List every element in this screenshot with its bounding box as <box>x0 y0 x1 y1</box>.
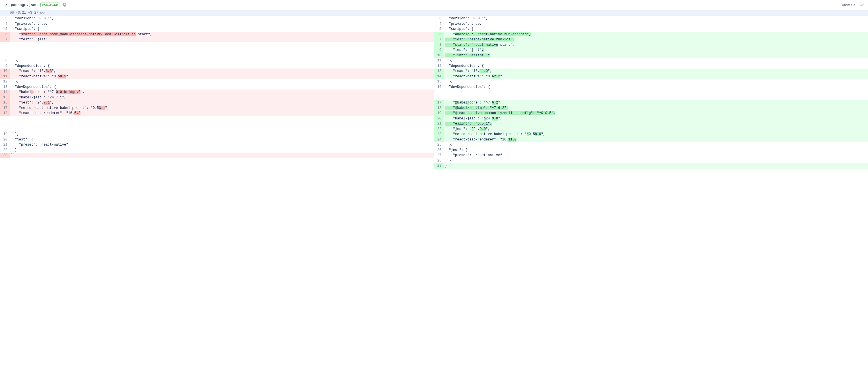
diff-line[interactable]: 16 "devDependencies": { <box>434 85 868 90</box>
line-number: 20 <box>0 137 10 142</box>
line-number: 15 <box>0 95 10 100</box>
chevron-down-icon[interactable] <box>3 3 8 7</box>
diff-line[interactable]: 15 "babel-jest": "24.7.1", <box>0 95 434 100</box>
diff-line[interactable]: 18 "react-test-renderer": "16.6.3" <box>0 110 434 116</box>
diff-line[interactable]: 13 "react": "16.11.0", <box>434 68 868 74</box>
diff-line[interactable]: 16 "jest": "24.7.1", <box>0 100 434 105</box>
file-header-left: package.json MODIFIED <box>3 3 842 7</box>
diff-line[interactable]: 5 "scripts": { <box>0 26 434 32</box>
line-code: } <box>10 148 434 153</box>
line-number: 14 <box>434 74 444 79</box>
line-code: "react-test-renderer": "16.11.0" <box>444 137 868 142</box>
line-number <box>434 90 444 95</box>
line-number: 17 <box>434 100 444 105</box>
line-number: 29 <box>434 163 444 169</box>
line-code: "preset": "react-native" <box>10 142 434 148</box>
copy-icon[interactable] <box>63 3 67 7</box>
line-code: "start": "react-native start", <box>444 42 868 48</box>
diff-line[interactable] <box>434 90 868 95</box>
diff-line[interactable] <box>0 121 434 127</box>
diff-line[interactable]: 23 "metro-react-native-babel-preset": "^… <box>434 132 868 137</box>
diff-line[interactable]: 7 "ios": "react-native run-ios", <box>434 37 868 42</box>
diff-line[interactable]: 8 "start": "react-native start", <box>434 42 868 48</box>
line-number: 21 <box>434 121 444 127</box>
diff-line[interactable]: 17 "metro-react-native-babel-preset": "0… <box>0 105 434 111</box>
diff-line[interactable]: 14 "babel-core": "^7.0.0-bridge.0", <box>0 90 434 95</box>
line-number <box>0 116 10 121</box>
diff-line[interactable]: 21 "eslint": "^6.5.1", <box>434 121 868 127</box>
line-number <box>434 95 444 100</box>
line-code: "version": "0.0.1", <box>10 16 434 21</box>
diff-line[interactable]: 11 "react-native": "0.58.5" <box>0 74 434 79</box>
diff-line[interactable]: 25 }, <box>434 142 868 148</box>
line-number: 11 <box>434 58 444 63</box>
line-code: "devDependencies": { <box>10 85 434 90</box>
diff-body: 3 "version": "0.0.1",4 "private": true,5… <box>0 16 868 169</box>
line-number: 9 <box>0 63 10 69</box>
line-code: "babel-core": "^7.0.0-bridge.0", <box>10 90 434 95</box>
diff-line[interactable]: 20 "babel-jest": "^24.9.0", <box>434 116 868 121</box>
diff-line[interactable]: 21 "preset": "react-native" <box>0 142 434 148</box>
line-code <box>10 42 434 48</box>
diff-line[interactable]: 6 "start": "node node_modules/react-nati… <box>0 32 434 37</box>
diff-line[interactable]: 22 "jest": "^24.9.0", <box>434 127 868 132</box>
diff-line[interactable]: 6 "android": "react-native run-android", <box>434 32 868 37</box>
check-icon[interactable] <box>860 2 865 7</box>
file-name[interactable]: package.json <box>11 3 37 7</box>
diff-line[interactable]: 26 "jest": { <box>434 148 868 153</box>
diff-line[interactable]: 14 "react-native": "0.62.2" <box>434 74 868 79</box>
diff-line[interactable]: 15 }, <box>434 79 868 85</box>
line-code: "metro-react-native-babel-preset": "0.53… <box>10 105 434 111</box>
line-number: 11 <box>0 74 10 79</box>
line-number: 8 <box>434 42 444 48</box>
diff-line[interactable]: 23} <box>0 153 434 158</box>
line-number: 4 <box>434 21 444 27</box>
diff-line[interactable]: 3 "version": "0.0.1", <box>0 16 434 21</box>
diff-line[interactable]: 3 "version": "0.0.1", <box>434 16 868 21</box>
diff-line[interactable]: 19 "@react-native-community/eslint-confi… <box>434 110 868 116</box>
diff-line[interactable]: 20 "jest": { <box>0 137 434 142</box>
diff-line[interactable]: 5 "scripts": { <box>434 26 868 32</box>
diff-line[interactable]: 13 "devDependencies": { <box>0 85 434 90</box>
line-code: "dependencies": { <box>444 63 868 69</box>
line-number: 3 <box>0 16 10 21</box>
diff-line[interactable]: 27 "preset": "react-native" <box>434 153 868 158</box>
diff-line[interactable]: 4 "private": true, <box>434 21 868 27</box>
line-code: "react": "16.6.3", <box>10 68 434 74</box>
diff-line[interactable]: 22 } <box>0 148 434 153</box>
diff-line[interactable]: 29} <box>434 163 868 169</box>
diff-line[interactable]: 11 }, <box>434 58 868 63</box>
diff-line[interactable]: 7 "test": "jest" <box>0 37 434 42</box>
line-code: }, <box>10 79 434 85</box>
line-code: "react": "16.11.0", <box>444 68 868 74</box>
modified-badge: MODIFIED <box>40 3 60 7</box>
line-number: 26 <box>434 148 444 153</box>
diff-line[interactable]: 9 "test": "jest", <box>434 47 868 53</box>
view-file-link[interactable]: View file <box>842 3 856 7</box>
diff-line[interactable] <box>434 95 868 100</box>
diff-line[interactable] <box>0 47 434 53</box>
diff-line[interactable]: 28 } <box>434 158 868 163</box>
diff-line[interactable]: 24 "react-test-renderer": "16.11.0" <box>434 137 868 142</box>
line-number: 16 <box>434 85 444 90</box>
diff-line[interactable] <box>0 42 434 48</box>
diff-line[interactable]: 12 "dependencies": { <box>434 63 868 69</box>
diff-line[interactable]: 10 "react": "16.6.3", <box>0 68 434 74</box>
diff-line[interactable]: 4 "private": true, <box>0 21 434 27</box>
diff-line[interactable] <box>0 53 434 58</box>
line-number: 18 <box>434 105 444 111</box>
diff-line[interactable] <box>0 127 434 132</box>
diff-line[interactable]: 12 }, <box>0 79 434 85</box>
diff-line[interactable]: 9 "dependencies": { <box>0 63 434 69</box>
line-code <box>10 127 434 132</box>
diff-line[interactable]: 19 }, <box>0 132 434 137</box>
line-code: "babel-jest": "^24.9.0", <box>444 116 868 121</box>
file-header: package.json MODIFIED View file <box>0 0 868 10</box>
diff-line[interactable]: 10 "lint": "eslint ." <box>434 53 868 58</box>
line-number: 18 <box>0 110 10 116</box>
diff-line[interactable]: 17 "@babel/core": "^7.6.2", <box>434 100 868 105</box>
line-number: 14 <box>0 90 10 95</box>
diff-line[interactable]: 18 "@babel/runtime": "^7.6.2", <box>434 105 868 111</box>
diff-line[interactable]: 8 }, <box>0 58 434 63</box>
diff-line[interactable] <box>0 116 434 121</box>
